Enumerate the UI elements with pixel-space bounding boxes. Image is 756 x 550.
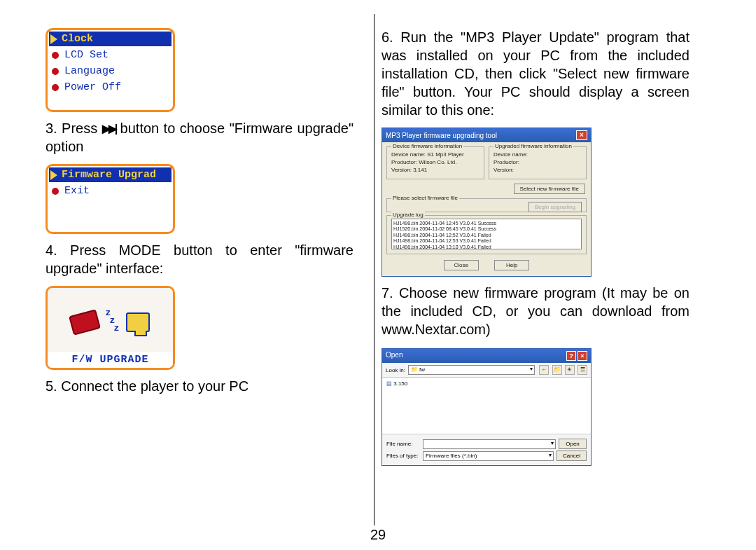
page-number: 29 <box>370 527 386 543</box>
info-row: Productor: Wilson Co. Ltd. <box>391 159 479 165</box>
help-icon[interactable]: ? <box>566 351 576 361</box>
log-list: HJ1498.bin 2004-11-04 12:45 V3.0.41 Succ… <box>391 219 582 249</box>
filename-label: File name: <box>386 441 420 447</box>
close-icon[interactable]: × <box>576 130 587 140</box>
back-icon[interactable]: ← <box>539 365 549 375</box>
play-triangle-icon <box>50 170 57 180</box>
menu1-item: LCD Set <box>49 46 172 62</box>
menu1-item: Language <box>49 62 172 78</box>
file-item[interactable]: 3.150 <box>386 380 587 387</box>
open-button[interactable]: Open <box>559 439 587 449</box>
device-fw-upgrade-screen: z z z F/W UPGRADE <box>46 286 175 370</box>
menu2-selected-label: Firmware Upgrad <box>62 169 156 181</box>
close-button[interactable]: Close <box>444 260 479 270</box>
menu1-item: Power Off <box>49 78 172 95</box>
lookin-combo[interactable]: 📁fw <box>408 365 535 375</box>
menu1-item-label: Power Off <box>64 81 121 93</box>
filetype-label: Files of type: <box>386 453 420 459</box>
info-row: Version: 3.141 <box>391 167 479 173</box>
file-open-dialog: Open ? × Look in: 📁fw ← 📁 ✳ ☰ 3.150 <box>382 348 592 466</box>
info-row: Device name: S1 Mp3 Player <box>391 151 479 158</box>
file-list-area[interactable]: 3.150 <box>382 378 591 434</box>
menu2-selected-row: Firmware Upgrad <box>49 167 172 182</box>
group-legend: Upgraded firmware information <box>493 143 573 149</box>
menu1-selected-row: Clock <box>49 32 172 46</box>
monitor-icon <box>126 312 150 332</box>
bullet-icon <box>52 52 59 59</box>
dialog-title: Open <box>386 351 402 361</box>
select-firmware-button[interactable]: Select new firmware file <box>514 184 585 194</box>
step-7-text: 7. Choose new firmware program (It may b… <box>382 284 690 338</box>
upgrade-log-group: Upgrade log HJ1498.bin 2004-11-04 12:45 … <box>386 215 587 254</box>
help-button[interactable]: Help <box>494 260 529 270</box>
menu1-selected-label: Clock <box>62 33 93 45</box>
mp3-player-icon <box>69 309 101 335</box>
right-column: 6. Run the "MP3 Player Update" program t… <box>368 28 704 536</box>
fast-forward-icon: ▶▶| <box>102 122 115 137</box>
sleep-z-icon: z <box>114 323 120 334</box>
info-row: Version: <box>493 167 582 173</box>
log-line: HJ1498.bin 2004-11-04 13:10 V3.0.41 Fail… <box>393 245 580 249</box>
menu2-item-label: Exit <box>64 185 90 197</box>
bullet-icon <box>52 84 59 91</box>
left-column: Clock LCD Set Language Power Off 3. Pres… <box>31 28 368 536</box>
filename-input[interactable] <box>423 439 556 449</box>
info-row: Device name: <box>493 151 582 158</box>
log-line: HJ1498.bin 2004-11-04 12:52 V3.0.41 Fail… <box>393 233 580 238</box>
step-3-text: 3. Press ▶▶| button to choose "Firmware … <box>46 119 354 156</box>
upgraded-info-group: Upgraded firmware information Device nam… <box>489 146 587 179</box>
group-legend: Please select firmware file <box>391 195 459 201</box>
dialog-title: MP3 Player firmware upgrading tool <box>386 132 497 139</box>
cancel-button[interactable]: Cancel <box>556 451 587 461</box>
step-6-text: 6. Run the "MP3 Player Update" program t… <box>382 28 690 119</box>
fw-upgrade-label: F/W UPGRADE <box>48 352 173 368</box>
bullet-icon <box>52 68 59 75</box>
log-line: HJ1498.bin 2004-11-04 12:45 V3.0.41 Succ… <box>393 221 580 226</box>
up-folder-icon[interactable]: 📁 <box>552 365 562 375</box>
menu2-item: Exit <box>49 182 172 198</box>
toolbar-icons: ← 📁 ✳ ☰ <box>538 365 587 375</box>
device-info-group: Device firmware information Device name:… <box>386 146 484 179</box>
begin-upgrade-button[interactable]: Begin upgrading <box>528 202 582 212</box>
filetype-combo[interactable]: Firmware files (*.bin) <box>423 451 554 461</box>
open-dialog-toolbar: Look in: 📁fw ← 📁 ✳ ☰ <box>382 363 591 378</box>
firmware-tool-dialog: MP3 Player firmware upgrading tool × Dev… <box>382 128 592 277</box>
menu1-item-label: LCD Set <box>64 49 108 61</box>
new-folder-icon[interactable]: ✳ <box>565 365 575 375</box>
dialog-titlebar: Open ? × <box>382 349 591 363</box>
close-icon[interactable]: × <box>578 351 587 361</box>
group-legend: Device firmware information <box>391 143 463 149</box>
step-4-text: 4. Press MODE button to enter "firmware … <box>46 241 354 277</box>
info-row: Productor: <box>493 159 582 165</box>
bullet-icon <box>52 188 59 195</box>
menu1-item-label: Language <box>64 65 115 77</box>
select-file-group: Please select firmware file Begin upgrad… <box>386 198 587 212</box>
lookin-label: Look in: <box>386 367 405 373</box>
group-legend: Upgrade log <box>391 212 425 218</box>
dialog-titlebar: MP3 Player firmware upgrading tool × <box>382 128 591 142</box>
log-line: HJ1520.bin 2004-11-02 08:45 V3.0.41 Succ… <box>393 226 580 232</box>
column-divider <box>374 14 374 525</box>
device-menu-2: Firmware Upgrad Exit <box>46 164 175 234</box>
play-triangle-icon <box>50 34 57 44</box>
device-menu-1: Clock LCD Set Language Power Off <box>46 28 175 112</box>
step-5-text: 5. Connect the player to your PC <box>46 377 354 395</box>
log-line: HJ1498.bin 2004-11-04 12:53 V3.0.41 Fail… <box>393 238 580 244</box>
view-menu-icon[interactable]: ☰ <box>578 365 587 375</box>
